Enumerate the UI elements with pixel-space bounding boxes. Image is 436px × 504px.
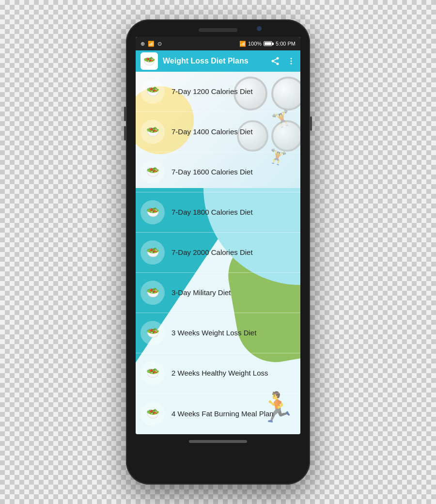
volume-down-button[interactable]: [124, 126, 126, 141]
camera: [257, 26, 262, 31]
signal-strength-icon: 📶: [239, 41, 246, 47]
list-item[interactable]: 🥗 3-Day Military Diet: [136, 273, 300, 313]
svg-point-7: [291, 63, 292, 64]
status-left-icons: ⊕ 📶 ⊙: [140, 41, 162, 47]
app-bar-actions: [270, 56, 296, 66]
status-bar: ⊕ 📶 ⊙ 📶 100% 5:00 PM: [136, 37, 300, 50]
svg-line-3: [274, 62, 277, 63]
item-label-3: 7-Day 1600 Calories Diet: [171, 167, 253, 177]
list-item[interactable]: 🥗 7-Day 1200 Calories Diet: [136, 72, 300, 112]
power-button[interactable]: [310, 116, 312, 131]
item-label-4: 7-Day 1800 Calories Diet: [171, 207, 253, 217]
list-item[interactable]: 🥗 7-Day 2000 Calories Diet: [136, 233, 300, 273]
list-item[interactable]: 🥗 7-Day 1400 Calories Diet: [136, 112, 300, 152]
item-icon-8: 🥗: [140, 361, 165, 385]
clock: 5:00 PM: [276, 41, 296, 47]
wifi-icon: 📶: [148, 41, 155, 47]
list-item[interactable]: 🥗 7-Day 1600 Calories Diet: [136, 152, 300, 192]
item-label-2: 7-Day 1400 Calories Diet: [171, 127, 253, 137]
svg-point-6: [291, 61, 292, 62]
phone-device: ⊕ 📶 ⊙ 📶 100% 5:00 PM 🥗 Weight Loss Diet …: [126, 19, 310, 485]
list-item[interactable]: 🥗 4 Weeks Fat Burning Meal Plan: [136, 394, 300, 434]
app-logo-icon: 🥗: [140, 52, 158, 70]
list-item[interactable]: 🥗 3 Weeks Weight Loss Diet: [136, 313, 300, 353]
item-label-9: 4 Weeks Fat Burning Meal Plan: [171, 409, 274, 419]
status-right-info: 📶 100% 5:00 PM: [239, 41, 296, 47]
right-buttons: [310, 116, 312, 131]
svg-line-4: [274, 59, 277, 60]
share-icon[interactable]: [270, 56, 280, 66]
item-icon-2: 🥗: [140, 120, 165, 144]
svg-point-0: [277, 57, 279, 60]
item-label-7: 3 Weeks Weight Loss Diet: [171, 328, 256, 338]
volume-up-button[interactable]: [124, 107, 126, 121]
item-label-5: 7-Day 2000 Calories Diet: [171, 248, 253, 257]
item-icon-4: 🥗: [140, 200, 165, 224]
whatsapp-icon: ⊕: [140, 41, 145, 47]
list-item[interactable]: 🥗 2 Weeks Healthy Weight Loss: [136, 353, 300, 394]
battery-percentage: 100%: [248, 41, 262, 47]
app-bar-title: Weight Loss Diet Plans: [163, 57, 265, 65]
svg-point-5: [291, 58, 292, 59]
svg-point-1: [272, 60, 274, 63]
phone-screen: ⊕ 📶 ⊙ 📶 100% 5:00 PM 🥗 Weight Loss Diet …: [136, 37, 300, 434]
item-label-6: 3-Day Military Diet: [171, 288, 231, 298]
svg-point-2: [277, 63, 279, 65]
item-icon-5: 🥗: [140, 240, 165, 265]
item-icon-1: 🥗: [140, 79, 165, 104]
more-options-icon[interactable]: [287, 57, 296, 65]
item-icon-9: 🥗: [140, 402, 165, 426]
item-label-8: 2 Weeks Healthy Weight Loss: [171, 368, 268, 378]
speaker: [199, 28, 237, 32]
home-button[interactable]: [189, 440, 247, 443]
item-icon-7: 🥗: [140, 321, 165, 345]
content-area: 🏋️ 🏋️: [136, 72, 300, 434]
diet-plans-list: 🥗 7-Day 1200 Calories Diet 🥗 7-Day 1400 …: [136, 72, 300, 434]
left-buttons: [124, 107, 126, 141]
item-label-1: 7-Day 1200 Calories Diet: [171, 87, 253, 96]
item-icon-3: 🥗: [140, 160, 165, 184]
app-bar: 🥗 Weight Loss Diet Plans: [136, 50, 300, 72]
item-icon-6: 🥗: [140, 281, 165, 305]
battery-icon: [264, 41, 274, 46]
camera-icon: ⊙: [157, 41, 162, 47]
list-item[interactable]: 🥗 7-Day 1800 Calories Diet: [136, 192, 300, 233]
